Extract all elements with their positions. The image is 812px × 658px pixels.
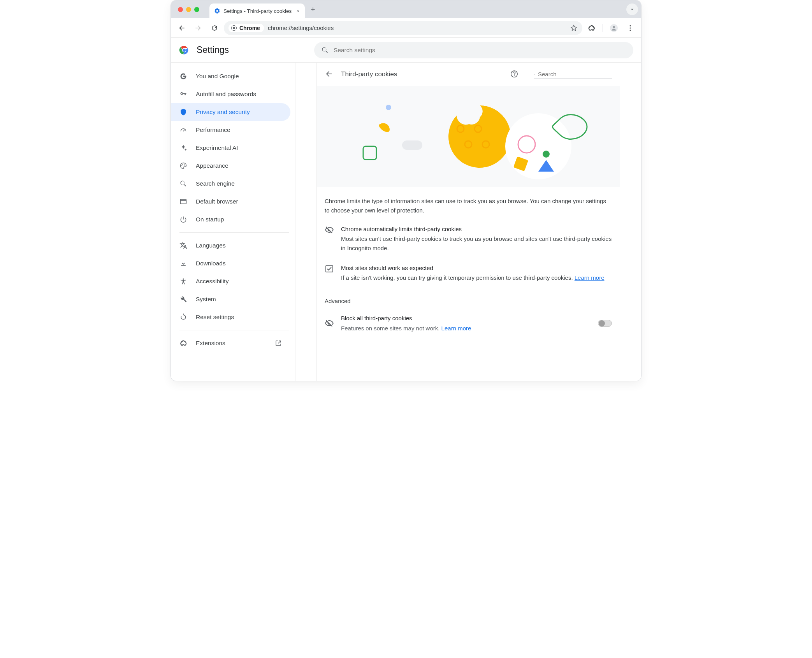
visibility-off-icon — [325, 225, 334, 235]
toolbar-divider — [603, 24, 603, 32]
svg-point-5 — [630, 27, 631, 28]
translate-icon — [179, 242, 187, 249]
sidebar-item-experimental-ai[interactable]: Experimental AI — [171, 139, 290, 157]
sidebar-item-label: You and Google — [196, 73, 239, 80]
info-title: Chrome automatically limits third-party … — [341, 225, 612, 233]
sidebar-item-reset[interactable]: Reset settings — [171, 308, 290, 326]
close-icon[interactable] — [295, 8, 301, 14]
search-icon — [179, 180, 187, 188]
browser-tab-title: Settings - Third-party cookies — [223, 8, 292, 14]
sidebar-item-on-startup[interactable]: On startup — [171, 211, 290, 228]
svg-point-6 — [630, 30, 631, 31]
option-title: Block all third-party cookies — [341, 314, 591, 323]
svg-rect-14 — [181, 199, 186, 204]
google-g-icon — [179, 72, 187, 80]
download-icon — [179, 260, 187, 267]
page-search[interactable] — [534, 70, 612, 79]
settings-search[interactable] — [314, 42, 633, 58]
sparkle-icon — [179, 144, 187, 152]
sidebar-item-label: Autofill and passwords — [196, 91, 256, 98]
page-search-input[interactable] — [538, 71, 612, 77]
info-body: Most sites can't use third-party cookies… — [341, 234, 612, 253]
back-button[interactable] — [325, 70, 334, 79]
sidebar-item-autofill[interactable]: Autofill and passwords — [171, 85, 290, 103]
info-title: Most sites should work as expected — [341, 263, 605, 272]
hero-illustration — [317, 86, 620, 187]
sidebar-item-label: Languages — [196, 242, 226, 249]
sidebar-item-search-engine[interactable]: Search engine — [171, 175, 290, 193]
svg-point-10 — [181, 165, 182, 166]
sidebar-item-label: System — [196, 296, 216, 303]
shield-icon — [179, 108, 187, 116]
extensions-button[interactable] — [585, 21, 599, 35]
accessibility-icon — [179, 277, 187, 285]
page-intro: Chrome limits the type of information si… — [317, 187, 620, 219]
browser-menu-button[interactable] — [623, 21, 637, 35]
sidebar-item-privacy[interactable]: Privacy and security — [171, 103, 290, 121]
block-all-cookies-toggle[interactable] — [598, 320, 612, 327]
reset-icon — [179, 313, 187, 321]
svg-point-23 — [543, 151, 550, 158]
search-icon — [534, 71, 535, 78]
sidebar-item-label: Reset settings — [196, 314, 234, 321]
svg-point-11 — [182, 164, 183, 165]
omnibox-origin-chip: Chrome — [228, 24, 264, 32]
settings-search-input[interactable] — [334, 47, 626, 54]
sidebar-item-performance[interactable]: Performance — [171, 121, 290, 139]
bookmark-star-icon[interactable] — [570, 24, 578, 32]
tab-search-button[interactable] — [626, 4, 638, 15]
sidebar-item-appearance[interactable]: Appearance — [171, 157, 290, 175]
nav-back-button[interactable] — [175, 21, 189, 35]
nav-reload-button[interactable] — [207, 21, 221, 35]
sidebar-item-system[interactable]: System — [171, 290, 290, 308]
svg-point-4 — [630, 25, 631, 26]
svg-point-9 — [183, 48, 186, 51]
open-external-icon — [275, 340, 282, 347]
help-icon[interactable] — [510, 70, 519, 79]
sidebar-divider — [179, 232, 289, 233]
info-body: If a site isn't working, you can try giv… — [341, 273, 605, 282]
nav-forward-button[interactable] — [191, 21, 205, 35]
sidebar-item-label: On startup — [196, 216, 224, 223]
info-block-auto-limits: Chrome automatically limits third-party … — [317, 219, 620, 258]
sidebar-item-label: Downloads — [196, 260, 226, 267]
sidebar-item-languages[interactable]: Languages — [171, 237, 290, 254]
sidebar-divider — [179, 330, 289, 330]
svg-rect-27 — [402, 140, 422, 150]
page-title: Third-party cookies — [341, 70, 397, 78]
sidebar-item-downloads[interactable]: Downloads — [171, 254, 290, 272]
option-block-all-cookies: Block all third-party cookies Features o… — [317, 308, 620, 342]
window-close-button[interactable] — [178, 7, 183, 12]
sidebar-item-you-and-google[interactable]: You and Google — [171, 67, 290, 85]
sidebar-item-accessibility[interactable]: Accessibility — [171, 272, 290, 290]
settings-header: Settings — [171, 38, 641, 63]
browser-tab[interactable]: Settings - Third-party cookies — [209, 4, 305, 18]
browser-window-icon — [179, 198, 187, 205]
svg-point-1 — [233, 27, 235, 29]
new-tab-button[interactable] — [307, 4, 319, 15]
key-icon — [179, 90, 187, 98]
settings-sidebar: You and Google Autofill and passwords Pr… — [171, 63, 295, 381]
learn-more-link[interactable]: Learn more — [441, 325, 471, 332]
browser-tabstrip: Settings - Third-party cookies — [171, 0, 641, 18]
sidebar-item-label: Search engine — [196, 180, 235, 187]
profile-button[interactable] — [607, 21, 621, 35]
omnibox[interactable]: Chrome chrome://settings/cookies — [224, 21, 582, 35]
info-block-sites-work: Most sites should work as expected If a … — [317, 258, 620, 288]
settings-content: Third-party cookies — [295, 63, 641, 381]
window-minimize-button[interactable] — [186, 7, 191, 12]
svg-point-3 — [613, 26, 615, 28]
svg-rect-26 — [363, 146, 376, 160]
palette-icon — [179, 162, 187, 170]
sidebar-item-label: Accessibility — [196, 278, 228, 285]
window-controls — [178, 7, 199, 12]
chrome-icon — [231, 25, 237, 31]
omnibox-url: chrome://settings/cookies — [268, 25, 334, 31]
sidebar-item-extensions[interactable]: Extensions — [171, 334, 290, 352]
window-zoom-button[interactable] — [194, 7, 199, 12]
sidebar-item-default-browser[interactable]: Default browser — [171, 193, 290, 211]
sidebar-item-label: Appearance — [196, 162, 228, 169]
sidebar-item-label: Experimental AI — [196, 144, 238, 151]
svg-point-21 — [505, 113, 571, 179]
learn-more-link[interactable]: Learn more — [575, 274, 605, 281]
